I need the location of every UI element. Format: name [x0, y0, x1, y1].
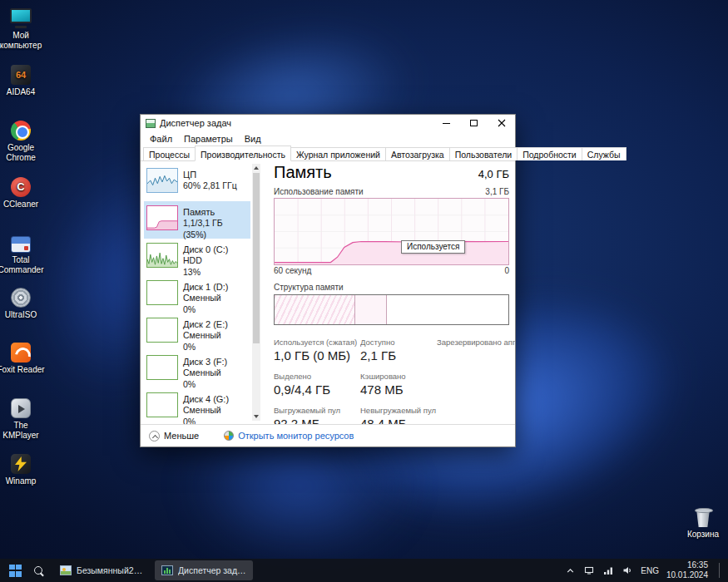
stat-label: Выделено [274, 372, 360, 381]
sidebar-disk0-stats: 13% [183, 267, 228, 279]
stat-value: 2,1 ГБ [360, 348, 437, 363]
date-text: 10.01.2024 [666, 570, 708, 581]
stat-spacer [437, 372, 515, 397]
search-button[interactable] [27, 560, 50, 580]
desktop-icon-foxit-reader[interactable]: Foxit Reader [0, 341, 46, 375]
scrollbar-thumb[interactable] [253, 173, 260, 343]
winamp-icon [11, 452, 31, 474]
sidebar-item-disk4[interactable]: Диск 4 (G:)Сменный0% [144, 388, 250, 424]
sidebar-item-memory[interactable]: Память1,1/3,1 ГБ (35%) [144, 201, 250, 239]
desktop-icon-label: Корзина [687, 530, 719, 540]
desktop-icon-label: Total Commander [0, 255, 46, 274]
tab-processes[interactable]: Процессы [143, 147, 196, 160]
sidebar-item-disk1[interactable]: Диск 1 (D:)Сменный0% [144, 276, 250, 313]
taskbar-app-task-manager[interactable]: Диспетчер задач [155, 560, 253, 580]
sidebar-disk3-stats: 0% [183, 379, 227, 391]
desktop-icon-ultraiso[interactable]: UltraISO [0, 286, 46, 320]
stat-nonpaged-pool: Невыгружаемый пул 48,4 МБ [360, 406, 437, 424]
foxit-reader-icon [11, 341, 31, 363]
recycle-bin-icon [695, 506, 711, 527]
memory-title: Память [274, 163, 332, 182]
desktop-icon-kmplayer[interactable]: The KMPlayer [0, 397, 46, 440]
display-tray-icon[interactable] [583, 565, 595, 576]
sidebar-memory-stats: 1,1/3,1 ГБ (35%) [183, 218, 248, 240]
desktop-icon-label: CCleaner [3, 200, 38, 210]
task-manager-app-icon [146, 119, 156, 128]
taskbar-app-image[interactable]: Безымянный2.jpg ... [53, 560, 151, 580]
show-desktop-button[interactable] [719, 563, 721, 578]
stat-value: 478 МБ [360, 382, 437, 397]
sidebar-item-disk2[interactable]: Диск 2 (E:)Сменный0% [144, 313, 250, 351]
menu-view[interactable]: Вид [239, 134, 267, 144]
time-text: 16:35 [666, 560, 708, 571]
stat-label: Используется (сжатая) [274, 338, 360, 347]
tab-startup[interactable]: Автозагрузка [385, 147, 450, 160]
close-button[interactable] [488, 115, 515, 131]
tab-services[interactable]: Службы [582, 147, 626, 160]
memory-composition-bar [274, 294, 509, 325]
sidebar-disk1-stats: 0% [183, 304, 228, 316]
desktop-icon-recycle-bin[interactable]: Корзина [678, 506, 728, 540]
sidebar-disk3-title: Диск 3 (F:) [183, 356, 227, 367]
tab-users[interactable]: Пользователи [449, 147, 518, 160]
desktop-icon-label: AIDA64 [7, 87, 35, 97]
tab-performance[interactable]: Производительность [195, 146, 291, 161]
volume-icon[interactable] [622, 565, 633, 576]
network-icon[interactable] [602, 565, 614, 576]
desktop-icon-label: UltraISO [5, 310, 37, 320]
search-icon [33, 565, 44, 576]
scroll-down-arrow-icon[interactable] [252, 412, 260, 421]
sidebar-disk4-stats: 0% [183, 417, 229, 424]
menu-options[interactable]: Параметры [178, 134, 239, 144]
sidebar-disk1-title: Диск 1 (D:) [183, 281, 228, 293]
tab-strip: Процессы Производительность Журнал прило… [141, 146, 515, 161]
stat-label: Невыгружаемый пул [360, 406, 437, 415]
language-indicator[interactable]: ENG [641, 566, 659, 575]
stat-label: Зарезервировано аппара... [437, 338, 515, 347]
menu-file[interactable]: Файл [144, 134, 178, 144]
sidebar-disk2-type: Сменный [183, 330, 228, 342]
task-manager-footer: Меньше Открыть монитор ресурсов [141, 424, 515, 446]
fewer-details-button[interactable]: Меньше [149, 431, 199, 441]
sidebar-disk1-type: Сменный [183, 293, 228, 304]
start-button[interactable] [3, 560, 27, 580]
stat-value: 0,9/4,4 ГБ [274, 382, 360, 397]
sidebar-item-disk3[interactable]: Диск 3 (F:)Сменный0% [144, 351, 250, 388]
hidden-icons-chevron-icon[interactable] [564, 565, 576, 576]
open-resource-monitor-link[interactable]: Открыть монитор ресурсов [224, 431, 354, 441]
desktop-icon-ccleaner[interactable]: C CCleaner [0, 175, 46, 210]
sidebar-item-cpu[interactable]: ЦП60% 2,81 ГГц [144, 164, 250, 201]
disk2-mini-graph [146, 318, 178, 343]
sidebar-item-disk0[interactable]: Диск 0 (C:)HDD13% [144, 239, 250, 276]
minimize-button[interactable] [433, 115, 460, 131]
sidebar-cpu-stats: 60% 2,81 ГГц [183, 180, 237, 192]
desktop-icon-google-chrome[interactable]: Google Chrome [0, 119, 46, 162]
cpu-mini-graph [146, 168, 178, 193]
windows-logo-icon [9, 565, 22, 577]
desktop-icon-aida64[interactable]: 64 AIDA64 [0, 63, 46, 97]
desktop-icon-label: Winamp [6, 476, 37, 486]
clock[interactable]: 16:35 10.01.2024 [666, 560, 708, 581]
resource-monitor-icon [224, 431, 234, 441]
ultraiso-icon [11, 286, 31, 308]
maximize-button[interactable] [460, 115, 488, 131]
scroll-up-arrow-icon[interactable] [252, 164, 260, 172]
stat-cached: Кэшировано 478 МБ [360, 372, 437, 397]
tab-app-history[interactable]: Журнал приложений [290, 147, 386, 160]
menu-bar: Файл Параметры Вид [141, 131, 515, 146]
tab-details[interactable]: Подробности [517, 147, 582, 160]
sidebar-scrollbar[interactable] [252, 164, 260, 421]
title-bar[interactable]: Диспетчер задач [141, 115, 515, 131]
window-title: Диспетчер задач [160, 118, 231, 128]
graph-tooltip: Используется [401, 240, 465, 254]
close-icon [498, 119, 506, 127]
stat-value: 1,0 ГБ (0 МБ) [274, 348, 360, 363]
desktop-icon-winamp[interactable]: Winamp [0, 452, 46, 486]
desktop-icon-my-computer[interactable]: Мой компьютер [0, 7, 46, 50]
memory-composition-label: Структура памяти [274, 283, 509, 292]
composition-modified-segment [355, 295, 387, 324]
graph-time-zero-label: 0 [504, 266, 509, 275]
task-manager-icon [161, 565, 173, 575]
sidebar-disk3-type: Сменный [183, 367, 227, 379]
desktop-icon-total-commander[interactable]: Total Commander [0, 231, 46, 274]
